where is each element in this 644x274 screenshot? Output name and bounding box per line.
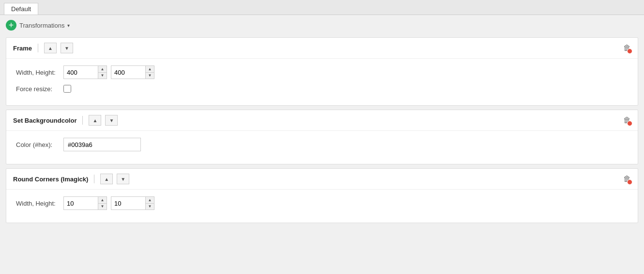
dropdown-arrow-icon[interactable]: ▾ xyxy=(67,23,70,28)
bg-up-button[interactable]: ▲ xyxy=(89,115,101,126)
rc-height-down[interactable]: ▼ xyxy=(145,204,154,210)
frame-up-button[interactable]: ▲ xyxy=(44,43,57,53)
rc-delete-button[interactable]: 🗑 xyxy=(623,175,631,183)
frame-width-spinner: ▲ ▼ xyxy=(63,65,107,79)
frame-height-down[interactable]: ▼ xyxy=(145,73,154,79)
frame-width-height-label: Width, Height: xyxy=(16,69,60,76)
card-backgroundcolor: Set Backgroundcolor ▲ ▼ 🗑 Color (#hex): xyxy=(6,110,638,164)
card-round-corners-title: Round Corners (Imagick) xyxy=(13,176,88,183)
frame-width-input[interactable] xyxy=(64,66,98,79)
rc-header-divider xyxy=(94,175,94,183)
rc-height-up[interactable]: ▲ xyxy=(145,197,154,204)
frame-width-up[interactable]: ▲ xyxy=(98,66,107,73)
card-round-corners-header-left: Round Corners (Imagick) ▲ ▼ xyxy=(13,174,129,184)
card-frame-header-left: Frame ▲ ▼ xyxy=(13,43,73,53)
transformations-label: Transformations xyxy=(19,22,64,29)
add-transformation-button[interactable]: + xyxy=(6,20,16,31)
delete-badge xyxy=(627,48,632,54)
card-frame-title: Frame xyxy=(13,45,32,52)
frame-force-resize-label: Force resize: xyxy=(16,85,60,93)
bg-color-input[interactable] xyxy=(63,138,141,151)
tab-default[interactable]: Default xyxy=(4,3,38,15)
frame-down-button[interactable]: ▼ xyxy=(61,43,73,53)
rc-height-input[interactable] xyxy=(111,197,145,210)
card-frame-header: Frame ▲ ▼ 🗑 xyxy=(6,38,638,59)
rc-width-height-label: Width, Height: xyxy=(16,200,60,207)
bg-delete-button[interactable]: 🗑 xyxy=(623,116,631,125)
card-backgroundcolor-body: Color (#hex): xyxy=(6,131,638,164)
frame-force-resize-checkbox[interactable] xyxy=(63,85,71,93)
card-frame-body: Width, Height: ▲ ▼ ▲ ▼ Force xyxy=(6,59,638,105)
rc-width-height-row: Width, Height: ▲ ▼ ▲ ▼ xyxy=(16,196,628,210)
frame-width-height-row: Width, Height: ▲ ▼ ▲ ▼ xyxy=(16,65,628,79)
card-round-corners-body: Width, Height: ▲ ▼ ▲ ▼ xyxy=(6,190,638,223)
card-backgroundcolor-header-left: Set Backgroundcolor ▲ ▼ xyxy=(13,115,118,126)
rc-width-spinner-btns: ▲ ▼ xyxy=(98,197,107,210)
rc-width-spinner: ▲ ▼ xyxy=(63,196,107,210)
frame-delete-button[interactable]: 🗑 xyxy=(623,44,631,52)
rc-width-down[interactable]: ▼ xyxy=(98,204,107,210)
bg-color-row: Color (#hex): xyxy=(16,138,628,151)
rc-height-spinner: ▲ ▼ xyxy=(111,196,154,210)
toolbar: + Transformations ▾ xyxy=(0,15,644,35)
rc-delete-badge xyxy=(627,179,632,185)
card-backgroundcolor-header: Set Backgroundcolor ▲ ▼ 🗑 xyxy=(6,110,638,131)
frame-height-input[interactable] xyxy=(111,66,145,79)
card-frame: Frame ▲ ▼ 🗑 Width, Height: ▲ ▼ xyxy=(6,37,638,106)
bg-header-divider xyxy=(82,116,83,125)
rc-width-up[interactable]: ▲ xyxy=(98,197,107,204)
card-round-corners: Round Corners (Imagick) ▲ ▼ 🗑 Width, Hei… xyxy=(6,168,638,223)
frame-width-spinner-btns: ▲ ▼ xyxy=(98,66,107,79)
frame-width-down[interactable]: ▼ xyxy=(98,73,107,79)
header-divider xyxy=(38,44,38,52)
rc-width-input[interactable] xyxy=(64,197,98,210)
main-content: Frame ▲ ▼ 🗑 Width, Height: ▲ ▼ xyxy=(0,35,644,229)
rc-height-spinner-btns: ▲ ▼ xyxy=(145,197,154,210)
bg-down-button[interactable]: ▼ xyxy=(105,115,118,126)
rc-up-button[interactable]: ▲ xyxy=(100,174,113,184)
frame-height-spinner-btns: ▲ ▼ xyxy=(145,66,154,79)
card-round-corners-header: Round Corners (Imagick) ▲ ▼ 🗑 xyxy=(6,169,638,190)
bg-color-label: Color (#hex): xyxy=(16,141,60,148)
bg-delete-badge xyxy=(627,121,632,126)
rc-down-button[interactable]: ▼ xyxy=(117,174,129,184)
frame-height-up[interactable]: ▲ xyxy=(145,66,154,73)
tab-bar: Default xyxy=(0,0,644,15)
card-backgroundcolor-title: Set Backgroundcolor xyxy=(13,117,77,124)
frame-force-resize-row: Force resize: xyxy=(16,85,628,93)
frame-height-spinner: ▲ ▼ xyxy=(111,65,154,79)
